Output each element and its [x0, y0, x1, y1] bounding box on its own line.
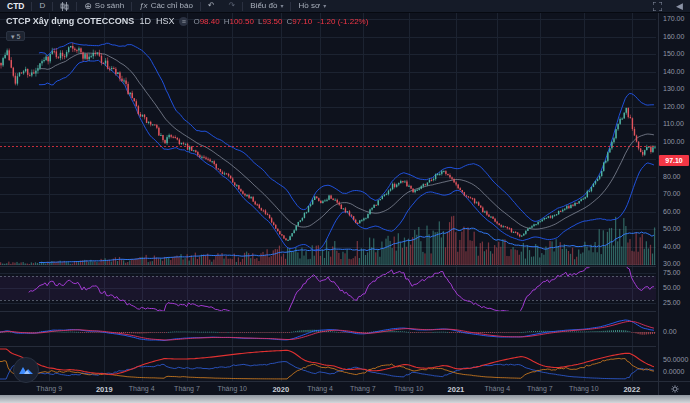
function-icon: ƒx	[139, 0, 147, 12]
time-tick-month: Tháng 7	[527, 385, 553, 392]
time-tick-year: 2021	[448, 385, 465, 394]
time-tick-month: Tháng 4	[307, 385, 333, 392]
price-tick-label: 170.00	[663, 15, 684, 23]
time-tick-month: Tháng 10	[217, 385, 247, 392]
chart-menu-button[interactable]: Biểu đồ ▾	[243, 0, 290, 12]
chart-legend: CTCP Xây dựng COTECCONS 1D HSX ≡ O98.40 …	[6, 16, 368, 26]
plus-circle-icon: ⊕	[84, 0, 92, 12]
redo-button[interactable]: ↷	[222, 0, 243, 12]
time-tick-month: Tháng 9	[36, 385, 62, 392]
chart-style-button[interactable]	[53, 2, 76, 11]
price-tick-label: 0.0000	[663, 368, 684, 376]
time-axis[interactable]: Tháng 92019Tháng 4Tháng 7Tháng 102020Thá…	[0, 381, 658, 395]
compare-label: So sánh	[95, 0, 124, 12]
price-tick-label: 50.00	[663, 225, 681, 233]
fullscreen-button[interactable]	[646, 2, 669, 11]
time-tick-month: Tháng 10	[569, 385, 599, 392]
price-tick-label: 130.00	[663, 85, 684, 93]
low-value: 93.50	[262, 17, 282, 26]
legend-interval: 1D	[139, 16, 151, 26]
undo-icon: ↶	[208, 0, 215, 12]
time-tick-month: Tháng 10	[394, 385, 424, 392]
time-tick-month: Tháng 4	[484, 385, 510, 392]
profile-menu-label: Hồ sơ	[298, 0, 320, 12]
price-tick-label: 40.00	[663, 243, 681, 251]
price-tick-label: 30.00	[663, 260, 681, 268]
instrument-name: CTCP Xây dựng COTECCONS	[6, 16, 134, 26]
open-value: 98.40	[200, 17, 220, 26]
last-price-label: 97.10	[659, 155, 689, 166]
interval-button[interactable]: D	[32, 0, 52, 12]
indicators-collapse-chip[interactable]: ▾ 5	[6, 31, 25, 41]
axis-settings-corner[interactable]	[658, 381, 690, 395]
price-tick-label: 50.00	[663, 284, 681, 292]
indicators-label: Các chỉ báo	[151, 0, 193, 12]
chevron-down-icon: ▾	[11, 33, 15, 40]
time-tick-month: Tháng 7	[350, 385, 376, 392]
change-value: -1.20 (-1.22%)	[317, 17, 368, 26]
price-tick-label: 120.00	[663, 103, 684, 111]
legend-exchange: HSX	[156, 16, 175, 26]
ohlc-values: O98.40 H100.50 L93.50 C97.10	[193, 17, 312, 26]
indicators-button[interactable]: ƒx Các chỉ báo	[132, 0, 200, 12]
price-axis[interactable]: 170.00160.00150.00140.00130.00120.00110.…	[658, 13, 690, 395]
close-value: 97.10	[292, 17, 312, 26]
chart-region: CTCP Xây dựng COTECCONS 1D HSX ≡ O98.40 …	[0, 13, 690, 395]
price-tick-label: 150.00	[663, 50, 684, 58]
chevron-down-icon: ▾	[280, 0, 283, 12]
symbol-button[interactable]: CTD	[0, 0, 31, 12]
indicator-count: 5	[16, 33, 20, 40]
price-tick-label: 160.00	[663, 33, 684, 41]
chevron-down-icon: ▾	[323, 0, 326, 12]
price-tick-label: 0.00	[663, 328, 677, 336]
chart-canvas[interactable]	[0, 13, 658, 381]
fullscreen-icon	[653, 2, 662, 11]
mountain-logo-icon	[18, 364, 34, 376]
time-tick-year: 2020	[272, 385, 289, 394]
price-tick-label: 140.00	[663, 68, 684, 76]
bottom-page-strip	[0, 395, 690, 403]
price-tick-label: 100.00	[663, 138, 684, 146]
legend-menu-icon[interactable]: ≡	[179, 17, 188, 26]
top-toolbar: CTD D ⊕ So sánh ƒx Các chỉ báo ↶ ↷	[0, 0, 690, 13]
trading-chart-app: CTD D ⊕ So sánh ƒx Các chỉ báo ↶ ↷	[0, 0, 690, 403]
candlestick-style-icon	[60, 2, 69, 11]
time-tick-year: 2019	[96, 385, 113, 394]
compare-button[interactable]: ⊕ So sánh	[77, 0, 131, 12]
price-tick-label: 25.00	[663, 299, 681, 307]
high-value: 100.50	[229, 17, 253, 26]
undo-button[interactable]: ↶	[201, 0, 222, 12]
price-tick-label: 70.00	[663, 190, 681, 198]
redo-icon: ↷	[229, 0, 236, 12]
time-tick-month: Tháng 7	[174, 385, 200, 392]
collapse-panel-button[interactable]: ◀	[669, 0, 690, 12]
price-tick-label: 75.00	[663, 269, 681, 277]
broker-logo[interactable]	[13, 357, 39, 383]
profile-menu-button[interactable]: Hồ sơ ▾	[291, 0, 333, 12]
time-tick-month: Tháng 4	[129, 385, 155, 392]
gear-icon	[671, 385, 679, 393]
chart-menu-label: Biểu đồ	[250, 0, 277, 12]
price-tick-label: 50.0000	[663, 356, 688, 364]
price-tick-label: 110.00	[663, 120, 684, 128]
price-tick-label: 80.00	[663, 173, 681, 181]
time-tick-year: 2022	[623, 385, 640, 394]
price-tick-label: 60.00	[663, 208, 681, 216]
